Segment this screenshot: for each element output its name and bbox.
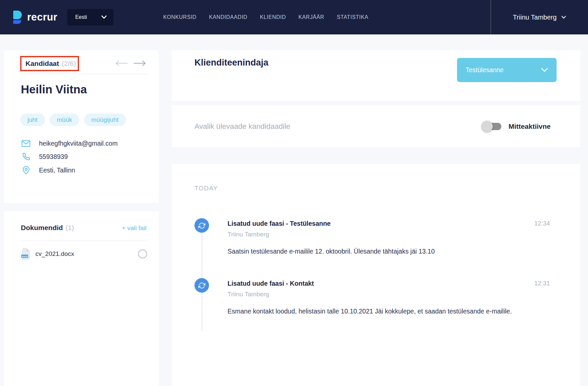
chevron-down-icon: [541, 68, 548, 72]
tag-muugijuht: müügijuht: [84, 114, 126, 126]
next-arrow-icon[interactable]: [133, 60, 147, 66]
language-selector[interactable]: Eesti: [67, 9, 113, 25]
location-row: Eesti, Tallinn: [21, 166, 118, 174]
documents-card: Dokumendid (1) + vali fail DOCX cv_2021.…: [4, 211, 159, 386]
candidate-tags: juht müük müügijuht: [20, 114, 126, 126]
candidate-card-title: Kandidaat: [25, 60, 59, 68]
nav-item-karjaar[interactable]: KARJÄÄR: [299, 14, 324, 20]
tag-juht: juht: [20, 114, 45, 126]
phase-dropdown-label: Testülesanne: [466, 66, 504, 74]
contact-list: heikegfhgkviita@gmail.com 55938939 Eesti…: [21, 140, 118, 174]
documents-title: Dokumendid: [21, 224, 63, 232]
email-row: heikegfhgkviita@gmail.com: [21, 140, 118, 147]
email-icon: [21, 140, 30, 147]
divider: [21, 241, 148, 241]
annotation-box: Kandidaat (2/6): [20, 56, 79, 71]
phone-icon: [21, 153, 30, 161]
position-header-band: Klienditeenindaja Testülesanne: [172, 50, 580, 101]
location-icon: [21, 166, 30, 174]
nav-item-kandidaadid[interactable]: KANDIDAADID: [209, 14, 247, 20]
recrur-logo-icon: [13, 11, 22, 24]
user-name: Triinu Tamberg: [513, 14, 557, 21]
candidate-phone: 55938939: [39, 153, 68, 161]
event-title: Lisatud uude faasi - Kontakt: [228, 280, 314, 287]
documents-counter: (1): [65, 224, 74, 232]
event-body: Saatsin testülesande e-mailile 12. oktoo…: [228, 247, 550, 256]
event-author: Triinu Tamberg: [228, 231, 550, 238]
toggle-group: Mitteaktiivne: [483, 105, 551, 147]
candidate-counter: (2/6): [62, 60, 76, 68]
event-content: Lisatud uude faasi - Kontakt 12:31 Triin…: [228, 278, 550, 315]
phase-change-icon: [194, 218, 209, 233]
toggle-knob: [482, 121, 493, 132]
candidate-location: Eesti, Tallinn: [39, 167, 75, 174]
nav-item-kliendid[interactable]: KLIENDID: [260, 14, 286, 20]
timeline-event: Lisatud uude faasi - Kontakt 12:31 Triin…: [194, 278, 550, 315]
event-author: Triinu Tamberg: [228, 291, 550, 298]
timeline-group-label: TODAY: [194, 185, 218, 192]
timeline-event: Lisatud uude faasi - Testülesanne 12:34 …: [194, 218, 550, 256]
divider: [21, 74, 148, 74]
candidate-pager: [115, 60, 147, 66]
docx-file-icon: DOCX: [21, 248, 30, 260]
public-overview-toggle[interactable]: [483, 123, 501, 130]
file-row[interactable]: DOCX cv_2021.docx: [21, 248, 147, 260]
chevron-down-icon: [561, 16, 566, 19]
tag-muuk: müük: [50, 114, 79, 126]
phone-row: 55938939: [21, 153, 118, 161]
top-navbar: recrur Eesti KONKURSID KANDIDAADID KLIEN…: [0, 0, 588, 34]
phase-change-icon: [194, 278, 209, 293]
timeline-band: TODAY Lisatud uude faasi - Testülesanne …: [172, 164, 580, 386]
language-value: Eesti: [75, 14, 87, 20]
nav-item-statistika[interactable]: STATISTIKA: [337, 14, 368, 20]
public-overview-label: Avalik ülevaade kandidaadile: [194, 122, 290, 131]
event-content: Lisatud uude faasi - Testülesanne 12:34 …: [228, 218, 550, 256]
candidate-card: Kandidaat (2/6) Heilin Viitna juht müük …: [4, 50, 159, 203]
nav-item-konkursid[interactable]: KONKURSID: [163, 14, 196, 20]
toggle-state-label: Mitteaktiivne: [509, 122, 551, 130]
file-select-circle[interactable]: [138, 249, 147, 259]
brand-name: recrur: [27, 11, 57, 23]
documents-header: Dokumendid (1) + vali fail: [21, 224, 147, 232]
prev-arrow-icon[interactable]: [115, 60, 128, 66]
main-nav: KONKURSID KANDIDAADID KLIENDID KARJÄÄR S…: [163, 14, 368, 20]
candidate-name: Heilin Viitna: [21, 83, 87, 96]
position-title: Klienditeenindaja: [194, 58, 269, 68]
file-name: cv_2021.docx: [35, 250, 74, 258]
select-file-link[interactable]: + vali fail: [122, 224, 147, 232]
event-body: Esmane kontakt loodud, helistasin talle …: [228, 307, 550, 315]
event-title: Lisatud uude faasi - Testülesanne: [228, 220, 331, 227]
phase-dropdown-button[interactable]: Testülesanne: [457, 58, 557, 82]
chevron-down-icon: [101, 15, 107, 19]
app-logo[interactable]: recrur: [13, 11, 57, 24]
candidate-email: heikegfhgkviita@gmail.com: [39, 140, 118, 147]
event-time: 12:31: [534, 280, 550, 287]
event-time: 12:34: [534, 220, 550, 227]
public-overview-band: Avalik ülevaade kandidaadile Mitteaktiiv…: [172, 105, 580, 147]
svg-text:DOCX: DOCX: [22, 255, 28, 258]
user-menu[interactable]: Triinu Tamberg: [490, 0, 588, 34]
